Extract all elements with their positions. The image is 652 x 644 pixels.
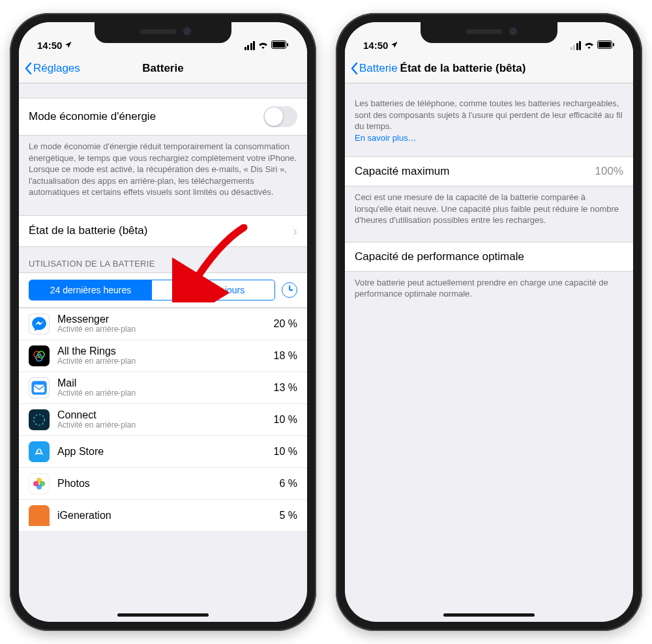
app-usage-row[interactable]: Photos6 % (19, 468, 307, 500)
max-capacity-footer: Ceci est une mesure de la capacité de la… (345, 186, 633, 235)
app-usage-row[interactable]: App Store10 % (19, 436, 307, 468)
app-name: Connect (57, 409, 266, 421)
app-info: MailActivité en arrière-plan (57, 377, 266, 398)
app-name: iGeneration (57, 510, 271, 521)
app-usage-row[interactable]: MailActivité en arrière-plan13 % (19, 372, 307, 404)
svg-rect-1 (273, 42, 285, 48)
app-name: Mail (57, 377, 266, 389)
screen: 14:50 Réglages (19, 22, 307, 622)
chevron-left-icon (24, 62, 32, 75)
back-button[interactable]: Batterie (350, 62, 398, 75)
nav-bar: Réglages Batterie (19, 53, 307, 83)
back-label: Batterie (359, 62, 398, 75)
battery-health-row[interactable]: État de la batterie (bêta) › (19, 215, 307, 247)
intro-text-block: Les batteries de téléphone, comme toutes… (345, 83, 633, 153)
app-icon (29, 377, 50, 398)
app-info: App Store (57, 446, 266, 458)
segment-24h[interactable]: 24 dernières heures (29, 280, 152, 300)
app-name: Messenger (57, 314, 266, 325)
app-subtitle: Activité en arrière-plan (57, 357, 266, 366)
svg-rect-7 (34, 385, 44, 392)
low-power-mode-row[interactable]: Mode économie d'énergie (19, 98, 307, 136)
app-usage-row[interactable]: All the RingsActivité en arrière-plan18 … (19, 340, 307, 372)
app-icon (29, 345, 50, 366)
intro-text: Les batteries de téléphone, comme toutes… (355, 98, 623, 131)
svg-point-12 (33, 481, 38, 486)
app-name: App Store (57, 446, 266, 458)
max-capacity-row: Capacité maximum 100% (345, 156, 633, 186)
clock-icon-button[interactable] (282, 282, 297, 298)
phone-right: 14:50 Batterie (336, 13, 642, 631)
app-percentage: 20 % (274, 318, 297, 330)
app-name: Photos (57, 478, 271, 490)
app-subtitle: Activité en arrière-plan (57, 325, 266, 334)
app-info: Photos (57, 478, 271, 490)
signal-icon (570, 41, 582, 50)
peak-performance-row: Capacité de performance optimale (345, 242, 633, 272)
location-icon (391, 40, 398, 51)
app-percentage: 10 % (274, 446, 297, 458)
app-percentage: 5 % (279, 510, 297, 521)
screen: 14:50 Batterie (345, 22, 633, 622)
app-info: MessengerActivité en arrière-plan (57, 314, 266, 334)
back-label: Réglages (33, 62, 80, 75)
app-icon (29, 441, 50, 462)
low-power-mode-toggle[interactable] (263, 106, 297, 127)
back-button[interactable]: Réglages (24, 62, 80, 75)
content-area: Les batteries de téléphone, comme toutes… (345, 83, 633, 622)
notch (95, 22, 231, 43)
battery-icon (597, 40, 615, 51)
svg-point-8 (34, 414, 45, 425)
home-indicator[interactable] (117, 613, 209, 617)
content-area: Mode économie d'énergie Le mode économie… (19, 83, 307, 622)
app-usage-row[interactable]: iGeneration5 % (19, 500, 307, 532)
segment-7d[interactable]: 7 derniers jours (152, 280, 274, 300)
wifi-icon (258, 40, 269, 51)
app-percentage: 13 % (274, 382, 297, 394)
app-info: iGeneration (57, 510, 271, 521)
location-icon (65, 40, 72, 51)
app-subtitle: Activité en arrière-plan (57, 389, 266, 398)
svg-rect-2 (287, 43, 288, 46)
app-icon (29, 473, 50, 494)
status-time: 14:50 (37, 40, 62, 51)
app-icon (29, 505, 50, 526)
app-percentage: 6 % (279, 478, 297, 490)
chevron-left-icon (350, 62, 358, 75)
usage-section-header: UTILISATION DE LA BATTERIE (19, 247, 307, 272)
max-capacity-value: 100% (595, 165, 623, 178)
app-info: All the RingsActivité en arrière-plan (57, 345, 266, 366)
low-power-mode-footer: Le mode économie d'énergie réduit tempor… (19, 136, 307, 207)
phone-left: 14:50 Réglages (10, 13, 316, 631)
max-capacity-label: Capacité maximum (355, 165, 450, 178)
nav-bar: Batterie État de la batterie (bêta) (345, 53, 633, 83)
peak-performance-label: Capacité de performance optimale (355, 250, 524, 263)
app-name: All the Rings (57, 345, 266, 357)
nav-title: État de la batterie (bêta) (400, 62, 526, 75)
svg-rect-15 (613, 43, 614, 46)
app-percentage: 10 % (274, 414, 297, 426)
peak-performance-footer: Votre batterie peut actuellement prendre… (345, 272, 633, 309)
chevron-right-icon: › (293, 224, 297, 239)
app-icon (29, 409, 50, 430)
app-usage-list: MessengerActivité en arrière-plan20 %All… (19, 308, 307, 532)
status-time: 14:50 (363, 40, 388, 51)
app-subtitle: Activité en arrière-plan (57, 421, 266, 430)
learn-more-link[interactable]: En savoir plus… (355, 133, 417, 143)
wifi-icon (584, 40, 595, 51)
app-usage-row[interactable]: ConnectActivité en arrière-plan10 % (19, 404, 307, 436)
battery-icon (271, 40, 289, 51)
notch (421, 22, 557, 43)
svg-rect-14 (599, 42, 611, 48)
home-indicator[interactable] (443, 613, 535, 617)
app-percentage: 18 % (274, 350, 297, 362)
app-icon (29, 314, 50, 334)
battery-health-label: État de la batterie (bêta) (29, 224, 147, 237)
signal-icon (244, 41, 256, 50)
time-range-segmented[interactable]: 24 dernières heures 7 derniers jours (29, 280, 275, 300)
low-power-mode-label: Mode économie d'énergie (29, 110, 156, 123)
app-info: ConnectActivité en arrière-plan (57, 409, 266, 430)
app-usage-row[interactable]: MessengerActivité en arrière-plan20 % (19, 308, 307, 340)
